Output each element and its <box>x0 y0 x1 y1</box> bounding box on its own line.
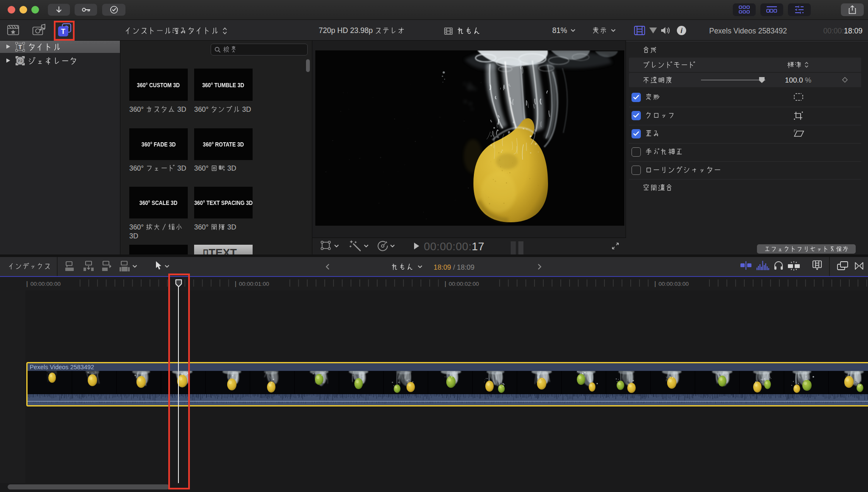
svg-text:T: T <box>18 44 22 50</box>
svg-text:2: 2 <box>19 58 22 64</box>
svg-text:i: i <box>681 27 683 34</box>
